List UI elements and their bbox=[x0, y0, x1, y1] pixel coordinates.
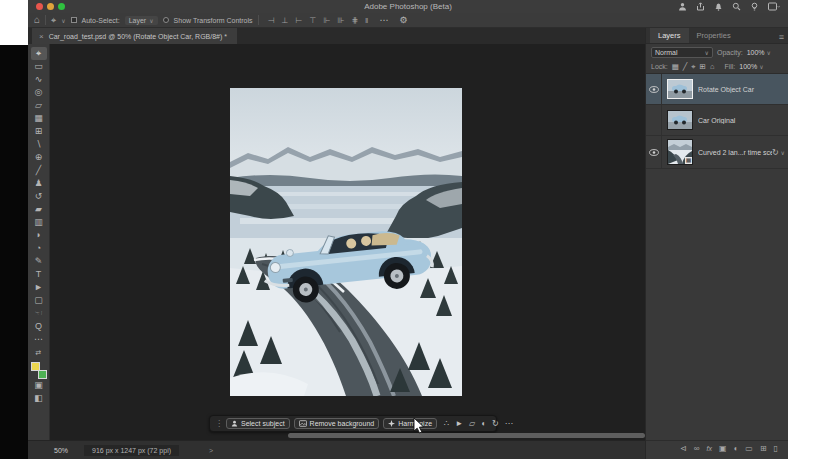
harmonize-button[interactable]: Harmonize bbox=[383, 418, 437, 429]
layer-thumbnail[interactable] bbox=[667, 110, 693, 130]
layer-thumbnail[interactable]: ▦ bbox=[667, 139, 693, 165]
select-subject-button[interactable]: Select subject bbox=[226, 418, 290, 429]
layer-row-rotate-object-car[interactable]: Rotate Object Car bbox=[646, 74, 788, 105]
gradient-tool[interactable]: ▥ bbox=[31, 216, 47, 229]
gear-icon[interactable]: ⚙ bbox=[399, 16, 407, 25]
workspace-icon[interactable] bbox=[768, 2, 780, 11]
hand-tool[interactable]: ☜ bbox=[31, 307, 47, 320]
lock-all-icon[interactable]: ⌂ bbox=[710, 62, 715, 71]
visibility-toggle[interactable] bbox=[646, 74, 662, 104]
quick-mask-toggle[interactable]: ▣ bbox=[31, 379, 47, 392]
eraser-tool[interactable]: ▰ bbox=[31, 203, 47, 216]
quick-selection-tool[interactable]: ◎ bbox=[31, 86, 47, 99]
delete-layer-icon[interactable]: ▯ bbox=[774, 444, 778, 453]
smart-filter-icon[interactable]: ↻ bbox=[772, 148, 779, 157]
visibility-toggle[interactable] bbox=[646, 136, 662, 168]
align-left-edges-icon[interactable]: ⊣ bbox=[268, 16, 275, 25]
type-tool[interactable]: T bbox=[31, 268, 47, 281]
new-layer-icon[interactable]: ⊞ bbox=[760, 444, 767, 453]
crop-tool[interactable]: ▦ bbox=[31, 112, 47, 125]
layer-group-icon[interactable]: ▭ bbox=[745, 444, 753, 453]
layer-thumbnail[interactable] bbox=[667, 79, 693, 99]
adjust-people-icon[interactable]: ∴ bbox=[444, 419, 449, 428]
layer-effects-icon[interactable]: fx bbox=[706, 445, 711, 452]
swap-colors-icon[interactable]: ⇄ bbox=[31, 346, 47, 359]
auto-select-dropdown[interactable]: Layer ∨ bbox=[125, 16, 158, 25]
minimize-window-button[interactable] bbox=[47, 3, 54, 10]
user-icon[interactable] bbox=[678, 2, 687, 11]
close-tab-icon[interactable]: × bbox=[39, 32, 44, 41]
remove-background-button[interactable]: Remove background bbox=[294, 418, 380, 429]
search-icon[interactable] bbox=[732, 2, 741, 11]
distribute-vertically-icon[interactable]: ⊪ bbox=[337, 16, 344, 25]
history-brush-tool[interactable]: ↺ bbox=[31, 190, 47, 203]
link-layers-icon[interactable]: ∞ bbox=[694, 444, 700, 453]
marquee-tool[interactable]: ▭ bbox=[31, 60, 47, 73]
horizontal-scrollbar[interactable] bbox=[50, 433, 645, 438]
chevron-down-icon[interactable]: ∨ bbox=[781, 149, 785, 156]
tab-properties[interactable]: Properties bbox=[689, 28, 739, 43]
adjustment-layer-icon[interactable]: ◐ bbox=[733, 444, 738, 453]
lasso-tool[interactable]: ∿ bbox=[31, 73, 47, 86]
foreground-color-swatch[interactable] bbox=[31, 362, 40, 371]
distribute-spacing-h-icon[interactable]: ⋕ bbox=[351, 16, 358, 25]
distribute-horizontally-icon[interactable]: ⊩ bbox=[323, 16, 330, 25]
move-tool-icon[interactable]: ⌖ bbox=[51, 16, 56, 25]
eyedropper-tool[interactable]: ∖ bbox=[31, 138, 47, 151]
shape-tool[interactable]: ▢ bbox=[31, 294, 47, 307]
layer-name[interactable]: Curved 2 lan...r time scene bbox=[698, 149, 772, 156]
taskbar-more-icon[interactable]: ⋯ bbox=[505, 419, 513, 428]
show-transform-checkbox[interactable] bbox=[163, 17, 169, 23]
tab-layers[interactable]: Layers bbox=[650, 28, 689, 43]
pick-tool-icon[interactable]: ► bbox=[455, 419, 463, 428]
frame-tool[interactable]: ⊞ bbox=[31, 125, 47, 138]
move-tool[interactable]: ⌖ bbox=[31, 47, 47, 60]
bell-icon[interactable] bbox=[714, 2, 723, 11]
opacity-dropdown[interactable]: 100% ∨ bbox=[747, 49, 771, 56]
blend-mode-dropdown[interactable]: Normal ∨ bbox=[651, 47, 713, 58]
rotate-icon[interactable]: ↻ bbox=[492, 419, 499, 428]
zoom-tool[interactable]: Q bbox=[31, 320, 47, 333]
document-tab[interactable]: × Car_road_test.psd @ 50% (Rotate Object… bbox=[32, 28, 237, 44]
auto-select-checkbox[interactable] bbox=[71, 17, 77, 23]
dodge-tool[interactable]: ◔ bbox=[31, 242, 47, 255]
zoom-level-field[interactable]: 50% bbox=[54, 447, 68, 454]
more-options-icon[interactable]: ⋯ bbox=[379, 16, 388, 25]
close-window-button[interactable] bbox=[36, 3, 43, 10]
align-top-edges-icon[interactable]: ⊤ bbox=[309, 16, 316, 25]
fill-dropdown[interactable]: 100% ∨ bbox=[739, 63, 763, 70]
distribute-spacing-v-icon[interactable]: ‖ bbox=[365, 16, 368, 25]
visibility-toggle-off[interactable] bbox=[646, 105, 662, 135]
chevron-down-icon[interactable]: ∨ bbox=[61, 17, 65, 24]
object-selection-tool[interactable]: ▱ bbox=[31, 99, 47, 112]
lock-position-icon[interactable]: ⌖ bbox=[691, 62, 695, 72]
path-selection-tool[interactable]: ► bbox=[31, 281, 47, 294]
align-right-edges-icon[interactable]: ⊢ bbox=[296, 16, 303, 25]
transform-icon[interactable]: ▱ bbox=[469, 419, 475, 428]
panel-menu-icon[interactable]: ≡ bbox=[779, 32, 784, 42]
filter-layers-icon[interactable]: ⊲ bbox=[680, 444, 687, 453]
layer-name[interactable]: Car Original bbox=[698, 117, 788, 124]
lock-artboard-icon[interactable]: ⊞ bbox=[700, 62, 706, 71]
layer-row-car-original[interactable]: Car Original bbox=[646, 105, 788, 136]
align-vertical-centers-icon[interactable]: ⊥ bbox=[282, 16, 289, 25]
edit-toolbar-icon[interactable]: ⋯ bbox=[31, 333, 47, 346]
lock-pixels-icon[interactable]: ╱ bbox=[683, 62, 688, 71]
blur-tool[interactable]: ◗ bbox=[31, 229, 47, 242]
taskbar-drag-handle[interactable]: ⋮ bbox=[215, 419, 222, 428]
healing-brush-tool[interactable]: ⊕ bbox=[31, 151, 47, 164]
layer-row-background-scene[interactable]: ▦ Curved 2 lan...r time scene ↻ ∨ bbox=[646, 136, 788, 169]
share-icon[interactable] bbox=[696, 2, 705, 11]
zoom-window-button[interactable] bbox=[58, 3, 65, 10]
scrollbar-thumb[interactable] bbox=[288, 433, 645, 438]
document-canvas[interactable] bbox=[230, 88, 462, 396]
home-icon[interactable]: ⌂ bbox=[34, 15, 40, 25]
clone-stamp-tool[interactable]: ♟ bbox=[31, 177, 47, 190]
layer-mask-icon[interactable]: ▣ bbox=[719, 444, 727, 453]
adjustments-icon[interactable]: ◐ bbox=[481, 419, 486, 428]
lock-transparency-icon[interactable]: ▦ bbox=[672, 62, 679, 71]
screen-mode-toggle[interactable]: ◧ bbox=[31, 392, 47, 405]
layer-name[interactable]: Rotate Object Car bbox=[698, 86, 788, 93]
background-color-swatch[interactable] bbox=[38, 370, 47, 379]
bulb-icon[interactable] bbox=[750, 2, 759, 11]
